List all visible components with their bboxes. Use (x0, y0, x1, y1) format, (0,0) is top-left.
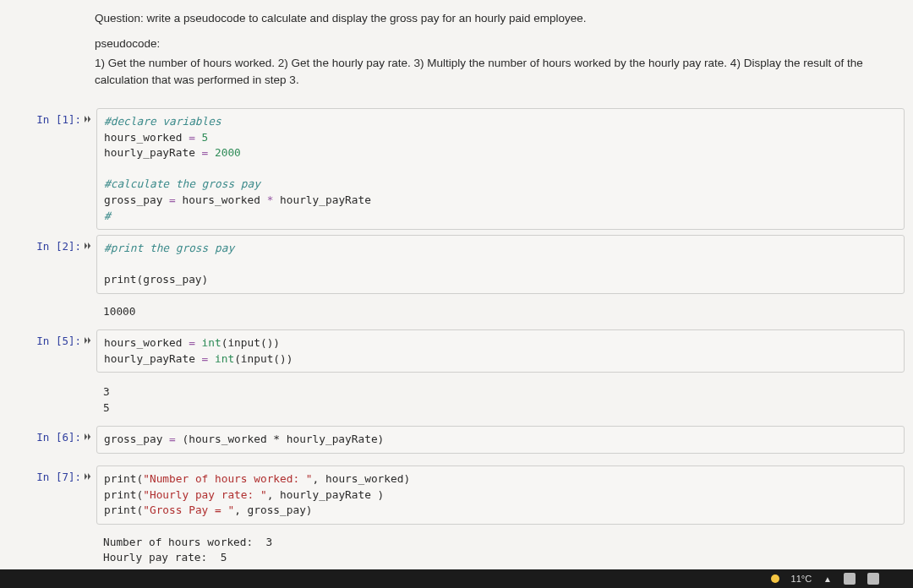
code-call: print (104, 472, 137, 485)
tray-icon-1[interactable] (844, 573, 856, 585)
windows-taskbar: 11°C ▲ (0, 569, 913, 588)
code-rest: , hourly_payRate ) (267, 488, 385, 501)
question-text: Question: write a pseudocode to calculat… (95, 10, 905, 27)
code-input-5[interactable]: hours_worked = int(input()) hourly_payRa… (96, 329, 905, 373)
prompt-label: In [1]: (36, 113, 81, 126)
code-cell-2: In [2]: #print the gross pay print(gross… (25, 235, 905, 294)
run-icon[interactable] (85, 433, 91, 440)
code-cell-6: In [6]: gross_pay = (hours_worked * hour… (25, 426, 905, 454)
code-rest: , gross_pay) (234, 504, 312, 516)
code-num: 2000 (215, 146, 241, 159)
code-comment: # (104, 210, 111, 222)
output-cell-5: 3 5 (25, 379, 905, 421)
code-input-7[interactable]: print("Number of hours worked: ", hours_… (96, 466, 905, 525)
code-cell-5: In [5]: hours_worked = int(input()) hour… (25, 329, 905, 373)
code-input-2[interactable]: #print the gross pay print(gross_pay) (96, 235, 905, 294)
code-call: print (104, 488, 137, 501)
prompt-empty (25, 379, 96, 384)
code-var: hours_worked (182, 193, 260, 206)
prompt-in-1: In [1]: (25, 108, 96, 126)
prompt-label: In [5]: (36, 335, 81, 347)
code-call: print (104, 273, 137, 286)
code-var: hours_worked (104, 131, 182, 144)
code-cell-1: In [1]: #declare variables hours_worked … (25, 108, 905, 230)
code-num: 5 (202, 131, 209, 144)
code-str: "Gross Pay = " (143, 504, 234, 516)
code-comment: #declare variables (104, 115, 221, 128)
code-cell-7: In [7]: print("Number of hours worked: "… (25, 466, 905, 525)
code-var: hourly_payRate (104, 146, 195, 159)
code-args: (gross_pay) (137, 273, 209, 286)
code-op: = (195, 352, 215, 365)
prompt-in-6: In [6]: (25, 426, 96, 444)
run-icon[interactable] (85, 337, 91, 344)
markdown-cell: Question: write a pseudocode to calculat… (25, 0, 905, 103)
code-op: = (195, 146, 215, 159)
output-text-2: 10000 (96, 299, 905, 325)
pseudocode-label: pseudocode: (95, 35, 905, 52)
prompt-label: In [6]: (36, 431, 81, 444)
code-rest: , hours_worked) (313, 472, 411, 485)
code-op: = (182, 336, 201, 349)
prompt-in-2: In [2]: (25, 235, 96, 253)
output-text-5: 3 5 (96, 379, 905, 421)
code-str: "Hourly pay rate: " (143, 488, 266, 501)
code-comment: #calculate the gross pay (104, 177, 260, 190)
tray-icon-2[interactable] (867, 573, 879, 585)
code-input-6[interactable]: gross_pay = (hours_worked * hourly_payRa… (96, 426, 905, 454)
code-str: "Number of hours worked: " (143, 472, 312, 485)
code-op: = (182, 131, 201, 144)
code-comment: #print the gross pay (104, 242, 234, 254)
code-op: * (260, 193, 280, 206)
code-input-1[interactable]: #declare variables hours_worked = 5 hour… (96, 108, 905, 230)
code-var: gross_pay (104, 433, 162, 445)
code-args: (input()) (234, 352, 292, 365)
temperature-widget[interactable]: 11°C (791, 574, 812, 584)
prompt-empty (25, 530, 96, 535)
run-icon[interactable] (85, 116, 91, 122)
code-args: (input()) (221, 336, 280, 349)
notebook-container: Question: write a pseudocode to calculat… (0, 0, 913, 586)
code-expr: (hours_worked * hourly_payRate) (182, 433, 384, 445)
prompt-label: In [2]: (36, 240, 81, 253)
code-builtin: int (202, 336, 221, 349)
prompt-in-7: In [7]: (25, 466, 96, 483)
code-op: = (162, 433, 182, 445)
code-var: hourly_payRate (104, 352, 195, 365)
weather-icon[interactable] (771, 574, 779, 583)
tray-expand-icon[interactable]: ▲ (823, 574, 832, 584)
prompt-empty (25, 299, 96, 304)
code-var: hours_worked (104, 336, 182, 349)
pseudocode-steps: 1) Get the number of hours worked. 2) Ge… (95, 55, 905, 88)
code-builtin: int (215, 352, 234, 365)
code-var: hourly_payRate (280, 193, 371, 206)
prompt-in-5: In [5]: (25, 329, 96, 347)
code-op: = (162, 193, 182, 206)
prompt-label: In [7]: (36, 471, 81, 483)
run-icon[interactable] (85, 242, 91, 249)
code-var: gross_pay (104, 193, 162, 206)
run-icon[interactable] (85, 473, 91, 480)
output-cell-2: 10000 (25, 299, 905, 325)
code-call: print (104, 504, 137, 516)
